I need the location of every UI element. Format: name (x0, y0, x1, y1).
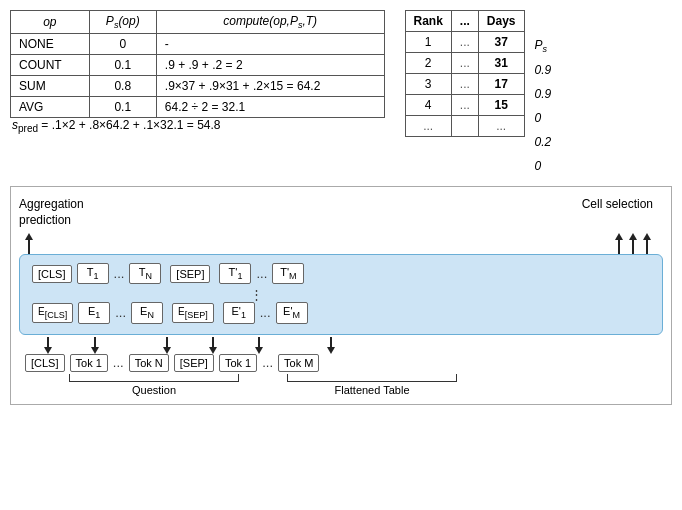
op-avg: AVG (11, 97, 90, 118)
days-4: 15 (478, 95, 524, 116)
ps-val-1: 0.9 (531, 58, 552, 82)
rank-2: 2 (405, 53, 451, 74)
bot-tok1: Tok 1 (70, 354, 108, 372)
col-ps: Ps(op) (89, 11, 156, 34)
bot-arr-tokn (148, 337, 186, 354)
left-table: op Ps(op) compute(op,Ps,T) NONE 0 - COUN… (10, 10, 385, 118)
tok-tn: TN (129, 263, 161, 284)
tok-dots-2: ... (256, 266, 267, 281)
tok-t1p: T'1 (219, 263, 251, 284)
tok-e1p: E'1 (223, 302, 255, 323)
tok-en: EN (131, 302, 163, 323)
tok-esep: E[SEP] (172, 303, 214, 323)
col-days: Days (478, 11, 524, 32)
flattened-label: Flattened Table (334, 384, 409, 396)
bot-arr-sep (191, 337, 235, 354)
compute-sum: .9×37 + .9×31 + .2×15 = 64.2 (156, 76, 384, 97)
bot-tokn: Tok N (129, 354, 169, 372)
tok-tm: T'M (272, 263, 304, 284)
ps-column: Ps 0.9 0.9 0 0.2 0 (531, 34, 552, 178)
table-row: AVG 0.1 64.2 ÷ 2 = 32.1 (11, 97, 385, 118)
tok-sep: [SEP] (170, 265, 210, 283)
col-rank: Rank (405, 11, 451, 32)
bot-arr-tokm (312, 337, 350, 354)
ps-val-2: 0.9 (531, 82, 552, 106)
agg-prediction-label: Aggregationprediction (19, 197, 84, 228)
cell-arrow-3 (643, 233, 651, 254)
table-row: 2 ... 31 (405, 53, 524, 74)
brace-area: Question Flattened Table (19, 374, 663, 396)
arrow-head (643, 233, 651, 240)
bot-dots-1: ... (113, 355, 124, 370)
ps-val-dots: 0 (531, 154, 552, 178)
cell-arrows (615, 233, 651, 254)
bot-cls: [CLS] (25, 354, 65, 372)
arrow-stem (646, 240, 648, 254)
flattened-brace-group: Flattened Table (287, 374, 457, 396)
bottom-token-row: [CLS] Tok 1 ... Tok N [SEP] Tok 1 ... To… (19, 354, 663, 372)
col-dots: ... (451, 11, 478, 32)
dots-last (451, 116, 478, 137)
col-op: op (11, 11, 90, 34)
rank-4: 4 (405, 95, 451, 116)
ps-header: Ps (531, 34, 552, 58)
tok-dots-1: ... (114, 266, 125, 281)
question-brace-group: Question (69, 374, 239, 396)
days-2: 31 (478, 53, 524, 74)
ps-avg: 0.1 (89, 97, 156, 118)
arrow-head (615, 233, 623, 240)
cell-selection-label: Cell selection (582, 197, 653, 228)
ps-val-4: 0.2 (531, 130, 552, 154)
ps-none: 0 (89, 34, 156, 55)
blue-box: [CLS] T1 ... TN [SEP] T'1 ... T'M ⋮ E[CL… (19, 254, 663, 334)
op-count: COUNT (11, 55, 90, 76)
bot-dots-2: ... (262, 355, 273, 370)
agg-arrow (25, 233, 33, 254)
table-row: 4 ... 15 (405, 95, 524, 116)
table-row: SUM 0.8 .9×37 + .9×31 + .2×15 = 64.2 (11, 76, 385, 97)
tok-cls: [CLS] (32, 265, 72, 283)
vertical-dots: ⋮ (250, 288, 650, 301)
compute-none: - (156, 34, 384, 55)
tok-edots-2: ... (260, 305, 271, 320)
top-section: op Ps(op) compute(op,Ps,T) NONE 0 - COUN… (10, 10, 672, 178)
diagram-container: Aggregationprediction Cell selection (10, 186, 672, 405)
bot-arr-tok1p (240, 337, 278, 354)
compute-avg: 64.2 ÷ 2 = 32.1 (156, 97, 384, 118)
main-container: op Ps(op) compute(op,Ps,T) NONE 0 - COUN… (10, 10, 672, 405)
table-row: NONE 0 - (11, 34, 385, 55)
cell-arrow-2 (629, 233, 637, 254)
days-3: 17 (478, 74, 524, 95)
t-row: [CLS] T1 ... TN [SEP] T'1 ... T'M (32, 263, 650, 284)
bot-sep: [SEP] (174, 354, 214, 372)
left-table-container: op Ps(op) compute(op,Ps,T) NONE 0 - COUN… (10, 10, 385, 178)
col-compute: compute(op,Ps,T) (156, 11, 384, 34)
table-row: COUNT 0.1 .9 + .9 + .2 = 2 (11, 55, 385, 76)
e-row: E[CLS] E1 ... EN E[SEP] E'1 ... E'M (32, 302, 650, 323)
ps-val-3: 0 (531, 106, 552, 130)
sep-spacer-brace (239, 374, 287, 396)
ps-sum: 0.8 (89, 76, 156, 97)
compute-count: .9 + .9 + .2 = 2 (156, 55, 384, 76)
right-table: Rank ... Days 1 ... 37 2 ... 31 (405, 10, 525, 137)
tok-t1: T1 (77, 263, 109, 284)
days-1: 37 (478, 32, 524, 53)
dots-3: ... (451, 74, 478, 95)
arrow-stem (28, 240, 30, 254)
days-dots: ... (478, 116, 524, 137)
tok-em: E'M (276, 302, 308, 323)
right-table-container: Rank ... Days 1 ... 37 2 ... 31 (405, 10, 673, 178)
bot-arr-tok1 (76, 337, 114, 354)
arrow-head (25, 233, 33, 240)
op-sum: SUM (11, 76, 90, 97)
bot-spacer-1 (119, 337, 143, 339)
dots-2: ... (451, 53, 478, 74)
tok-e1: E1 (78, 302, 110, 323)
bottom-arrows (19, 337, 663, 354)
dots-1: ... (451, 32, 478, 53)
table-row: 3 ... 17 (405, 74, 524, 95)
table-row: 1 ... 37 (405, 32, 524, 53)
rank-3: 3 (405, 74, 451, 95)
tok-edots-1: ... (115, 305, 126, 320)
op-none: NONE (11, 34, 90, 55)
